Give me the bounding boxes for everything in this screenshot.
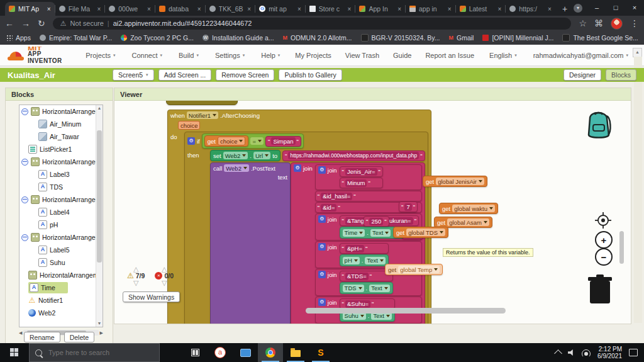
get-variable-block[interactable]: getchoice <box>204 135 249 147</box>
tab-close-icon[interactable]: × <box>347 6 352 13</box>
collapse-up-icon[interactable]: △ <box>162 266 167 272</box>
tab-close-icon[interactable]: × <box>47 6 52 13</box>
tree-item-air-minum[interactable]: Air_Minum <box>19 118 103 130</box>
tree-item-label3[interactable]: ALabel3 <box>19 168 103 181</box>
scrollbar-thumb[interactable] <box>97 130 102 263</box>
join-block-outer[interactable]: ⚙join ⚙join "Jenis_Air=" "Minum" <box>291 162 425 324</box>
tree-item-ph[interactable]: ApH <box>19 218 103 231</box>
tree-item-web2[interactable]: Web2 <box>19 307 103 319</box>
hidden-icons-chevron[interactable] <box>554 349 562 358</box>
menu-help[interactable]: Help▾ <box>261 52 280 59</box>
component-getter-block[interactable]: pH.Text <box>340 254 389 266</box>
mutator-gear-icon[interactable]: ⚙ <box>318 271 326 278</box>
tab-close-icon[interactable]: × <box>447 6 452 13</box>
event-param-chip[interactable]: choice <box>178 121 200 130</box>
tab-close-icon[interactable]: × <box>547 6 552 13</box>
taskbar-clock[interactable]: 2:12 PM 6/9/2021 <box>597 346 622 359</box>
chrome-menu-icon[interactable]: ⋮ <box>630 19 639 28</box>
variable-dropdown[interactable]: choice <box>218 137 245 145</box>
link-my-projects[interactable]: My Projects <box>295 52 331 59</box>
clipped-block[interactable] <box>166 101 238 105</box>
blocks-canvas[interactable]: when Notifier1 .AfterChoosing choice do … <box>114 101 631 324</box>
floating-text-block[interactable]: "250" <box>364 216 389 227</box>
minimize-button[interactable]: – <box>587 0 606 16</box>
appinventor-logo[interactable]: MIT APP INVENTOR <box>8 47 77 64</box>
collapse-icon[interactable] <box>21 234 28 241</box>
back-icon[interactable]: ← <box>5 19 14 28</box>
component-dropdown[interactable]: pH <box>343 257 360 264</box>
url-text-block[interactable]: "https://rahmadwi.000webhostapp.com/inpu… <box>282 150 425 161</box>
tab-latest[interactable]: Latest× <box>456 2 506 16</box>
tree-item-arrangement[interactable]: HorizontalArrangemer <box>19 231 103 244</box>
tree-vertical-scrollbar[interactable] <box>96 105 103 327</box>
tab-app-inv-so[interactable]: app in× <box>406 2 456 16</box>
operator-dropdown[interactable]: = <box>250 137 264 145</box>
show-warnings-button[interactable]: Show Warnings <box>123 291 180 302</box>
tree-item-suhu[interactable]: ASuhu <box>19 256 103 269</box>
zoom-in-button[interactable]: + <box>595 231 613 249</box>
tree-item-label5[interactable]: ALabel5 <box>19 244 103 256</box>
tab-file-manager[interactable]: File Ma× <box>55 2 106 16</box>
get-global-block[interactable]: getglobal TDS <box>393 227 448 238</box>
tree-scroll-down-icon[interactable]: ▼ <box>96 320 103 327</box>
tree-item-time-selected[interactable]: ATime <box>19 281 103 294</box>
tree-item-notifier[interactable]: ⚠Notifier1 <box>19 294 103 307</box>
property-dropdown[interactable]: Text <box>365 257 385 264</box>
collapse-icon[interactable] <box>21 108 28 115</box>
component-dropdown[interactable]: Web2 <box>224 164 249 172</box>
trash-icon[interactable] <box>585 273 615 306</box>
link-view-trash[interactable]: View Trash <box>345 52 379 59</box>
component-dropdown[interactable]: Notifier1 <box>187 111 218 119</box>
close-button[interactable]: × <box>625 0 644 16</box>
notification-center-icon[interactable] <box>629 349 638 356</box>
mutator-gear-icon[interactable]: ⚙ <box>318 215 326 223</box>
tab-close-icon[interactable]: × <box>247 6 252 13</box>
tab-close-icon[interactable]: × <box>96 6 101 13</box>
reload-icon[interactable]: ↻ <box>38 19 45 28</box>
tree-item-air-tawar[interactable]: Air_Tawar <box>19 130 103 143</box>
collapse-icon[interactable] <box>21 159 28 166</box>
menu-settings[interactable]: Settings▾ <box>215 52 245 59</box>
bookmark-item[interactable]: Empire: Total War P... <box>40 34 112 42</box>
tab-close-icon[interactable]: × <box>497 6 502 13</box>
zoom-out-button[interactable]: − <box>595 248 613 266</box>
publish-gallery-button[interactable]: Publish to Gallery <box>279 69 341 81</box>
component-dropdown[interactable]: Time <box>343 229 365 237</box>
bookmark-item[interactable]: MODMUN 2.0 Allotm... <box>283 34 352 42</box>
task-view-button[interactable] <box>182 343 208 362</box>
variable-dropdown[interactable]: global JenisAir <box>436 178 484 185</box>
tab-app-inventor[interactable]: App In× <box>355 2 406 16</box>
mutator-gear-icon[interactable]: ⚙ <box>318 243 326 251</box>
forward-icon[interactable]: → <box>21 19 30 28</box>
maximize-button[interactable]: □ <box>606 0 625 16</box>
tab-https[interactable]: https:/× <box>506 2 556 16</box>
component-dropdown[interactable]: Web2 <box>223 152 248 159</box>
variable-dropdown[interactable]: global TDS <box>406 229 445 236</box>
get-global-block-highlighted[interactable]: getglobal Temp <box>385 264 443 275</box>
profile-avatar[interactable] <box>611 18 623 30</box>
tree-item-tds[interactable]: ATDS <box>19 181 103 193</box>
wifi-icon[interactable] <box>582 349 591 356</box>
call-method-block[interactable]: call Web2 .PostText text <box>210 162 291 324</box>
tab-close-icon[interactable]: × <box>197 6 202 13</box>
logic-equals-block[interactable]: getchoice = "Simpan" <box>202 133 304 149</box>
tab-close-icon[interactable]: × <box>397 6 402 13</box>
bookmark-gmail[interactable]: MGmail <box>448 34 474 42</box>
collapse-up-icon[interactable]: △ <box>133 266 138 272</box>
center-blocks-icon[interactable] <box>594 212 612 229</box>
designer-button[interactable]: Designer <box>564 69 601 81</box>
if-block[interactable]: ⚙ if getchoice = "Simpan" then <box>184 132 428 324</box>
canvas-vertical-scrollbar[interactable] <box>619 231 624 264</box>
property-dropdown[interactable]: Url <box>253 152 270 159</box>
variable-dropdown[interactable]: global waktu <box>452 205 495 212</box>
delete-button[interactable]: Delete <box>64 332 94 342</box>
page-scrollbar-track[interactable] <box>634 57 642 323</box>
bookmark-item[interactable]: [OPINI] Millennial J... <box>482 34 553 42</box>
text-block[interactable]: "&pH=" <box>340 243 389 254</box>
tree-item-listpicker[interactable]: ListPicker1 <box>19 143 103 156</box>
taskbar-search[interactable] <box>29 343 160 362</box>
add-screen-button[interactable]: Add Screen ... <box>158 69 212 81</box>
get-global-block[interactable]: getglobal JenisAir <box>423 176 487 187</box>
set-property-block[interactable]: set Web2 . Url to <box>210 150 280 161</box>
app-icon-emulator[interactable] <box>233 343 258 362</box>
